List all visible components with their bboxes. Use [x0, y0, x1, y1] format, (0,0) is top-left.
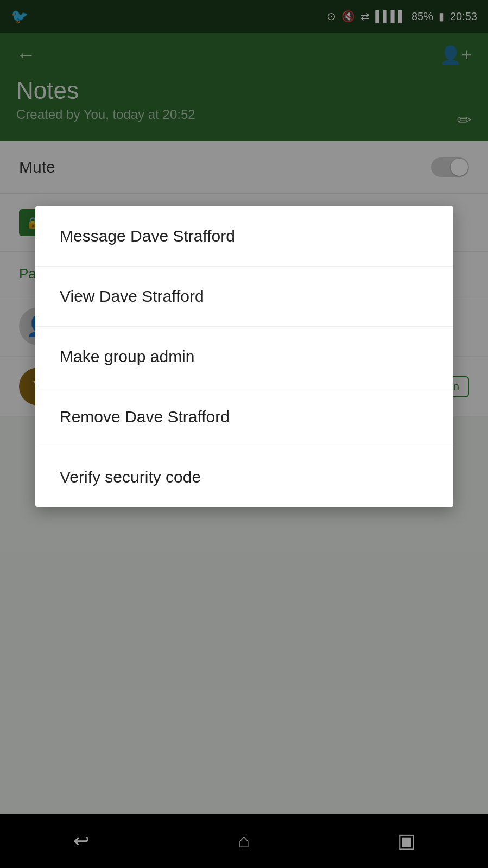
- menu-item-message[interactable]: Message Dave Strafford: [35, 206, 453, 267]
- menu-item-remove[interactable]: Remove Dave Strafford: [35, 387, 453, 447]
- context-menu: Message Dave Strafford View Dave Straffo…: [35, 206, 453, 507]
- menu-item-verify[interactable]: Verify security code: [35, 447, 453, 507]
- menu-item-make-admin[interactable]: Make group admin: [35, 327, 453, 387]
- menu-item-view[interactable]: View Dave Strafford: [35, 267, 453, 327]
